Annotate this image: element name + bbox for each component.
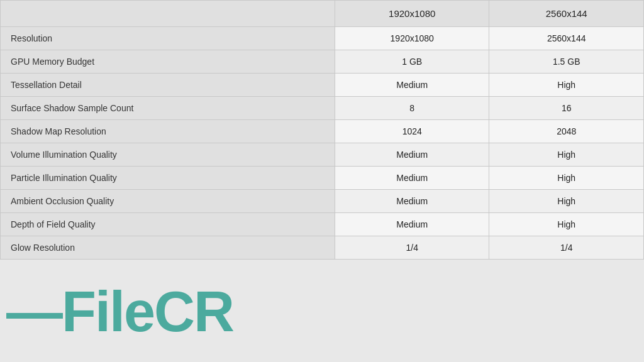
- comparison-table-container: 1920x1080 2560x144 Resolution1920x108025…: [0, 0, 644, 362]
- table-row: Shadow Map Resolution10242048: [1, 120, 644, 143]
- row-value-col2: 2048: [489, 120, 644, 143]
- table-row: Particle Illumination QualityMediumHigh: [1, 167, 644, 190]
- settings-comparison-table: 1920x1080 2560x144 Resolution1920x108025…: [0, 0, 644, 260]
- row-label: Glow Resolution: [1, 236, 335, 260]
- table-row: Surface Shadow Sample Count816: [1, 97, 644, 120]
- table-row: Glow Resolution1/41/4: [1, 236, 644, 260]
- row-label: Shadow Map Resolution: [1, 120, 335, 143]
- header-col1: 1920x1080: [335, 1, 489, 27]
- row-value-col1: 1920x1080: [335, 27, 489, 50]
- row-value-col2: 2560x144: [489, 27, 644, 50]
- row-value-col1: Medium: [335, 143, 489, 167]
- row-value-col2: High: [489, 143, 644, 167]
- row-value-col1: 8: [335, 97, 489, 120]
- row-value-col1: Medium: [335, 213, 489, 236]
- table-row: Depth of Field QualityMediumHigh: [1, 213, 644, 236]
- row-value-col1: Medium: [335, 74, 489, 97]
- row-label: Tessellation Detail: [1, 74, 335, 97]
- row-label: Ambient Occlusion Quality: [1, 190, 335, 213]
- row-value-col2: High: [489, 213, 644, 236]
- row-value-col2: 16: [489, 97, 644, 120]
- header-col2: 2560x144: [489, 1, 644, 27]
- row-label: Depth of Field Quality: [1, 213, 335, 236]
- row-value-col2: High: [489, 190, 644, 213]
- row-value-col1: Medium: [335, 167, 489, 190]
- header-label: [1, 1, 335, 27]
- row-label: Surface Shadow Sample Count: [1, 97, 335, 120]
- row-value-col1: 1024: [335, 120, 489, 143]
- row-value-col2: 1/4: [489, 236, 644, 260]
- row-label: Particle Illumination Quality: [1, 167, 335, 190]
- row-value-col2: 1.5 GB: [489, 50, 644, 74]
- row-label: Resolution: [1, 27, 335, 50]
- row-value-col2: High: [489, 74, 644, 97]
- row-value-col1: 1/4: [335, 236, 489, 260]
- row-value-col1: 1 GB: [335, 50, 489, 74]
- row-label: GPU Memory Budget: [1, 50, 335, 74]
- table-row: GPU Memory Budget1 GB1.5 GB: [1, 50, 644, 74]
- table-row: Ambient Occlusion QualityMediumHigh: [1, 190, 644, 213]
- table-row: Tessellation DetailMediumHigh: [1, 74, 644, 97]
- row-value-col2: High: [489, 167, 644, 190]
- row-value-col1: Medium: [335, 190, 489, 213]
- table-row: Volume Illumination QualityMediumHigh: [1, 143, 644, 167]
- table-row: Resolution1920x10802560x144: [1, 27, 644, 50]
- row-label: Volume Illumination Quality: [1, 143, 335, 167]
